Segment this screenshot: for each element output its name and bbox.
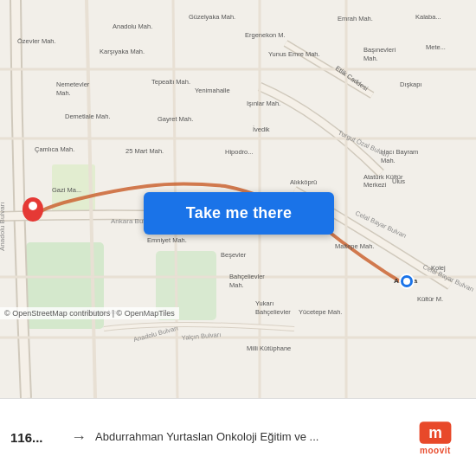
svg-text:Atatürk Kültür: Atatürk Kültür [363, 173, 403, 181]
svg-text:Bahçelievler: Bahçelievler [229, 273, 265, 280]
moovit-logo: m moovit [405, 420, 466, 455]
svg-text:Ergenekon M.: Ergenekon M. [245, 31, 286, 39]
svg-text:Emniyet Mah.: Emniyet Mah. [147, 236, 187, 244]
svg-text:Dışkapı: Dışkapı [400, 80, 421, 88]
svg-text:Işınlar Mah.: Işınlar Mah. [247, 100, 280, 107]
svg-text:Beşevler: Beşevler [221, 251, 247, 259]
svg-text:Mah.: Mah. [56, 89, 71, 97]
svg-text:Alıkköprü: Alıkköprü [290, 178, 317, 186]
svg-text:Mete...: Mete... [426, 43, 446, 51]
svg-text:Mah.: Mah. [229, 281, 244, 289]
svg-text:Yenimahalle: Yenimahalle [195, 87, 230, 94]
svg-text:Kültür M.: Kültür M. [417, 295, 443, 303]
svg-text:Emrah Mah.: Emrah Mah. [338, 15, 373, 23]
svg-text:Mah.: Mah. [381, 157, 396, 164]
svg-text:Merkezi: Merkezi [363, 181, 387, 189]
svg-text:Anadolu Bulvarı: Anadolu Bulvarı [0, 203, 6, 251]
svg-point-64 [403, 278, 410, 285]
button-label: Take me there [186, 204, 292, 222]
svg-text:Gayret Mah.: Gayret Mah. [158, 115, 193, 123]
svg-text:Maltepe Mah.: Maltepe Mah. [335, 242, 374, 250]
svg-text:Demetlale Mah.: Demetlale Mah. [65, 113, 111, 120]
svg-text:Bahçelievler: Bahçelievler [255, 308, 291, 316]
svg-text:Tepealtı Mah.: Tepealtı Mah. [151, 78, 190, 86]
svg-text:Yücetepe Mah.: Yücetepe Mah. [299, 308, 342, 316]
svg-text:Özevler Mah.: Özevler Mah. [17, 37, 56, 45]
svg-text:Güzelyaka Mah.: Güzelyaka Mah. [189, 13, 235, 21]
svg-text:Nemetevler: Nemetevler [56, 80, 90, 88]
svg-text:Çamlıca Mah.: Çamlıca Mah. [35, 145, 74, 153]
svg-point-66 [29, 202, 37, 210]
destination-text: Abdurrahman Yurtaslan Onkoloji Eğitim ve… [95, 430, 398, 445]
svg-text:Mah.: Mah. [363, 55, 378, 62]
attribution-text: © OpenStreetMap contributors | © OpenMap… [4, 309, 175, 318]
bottom-bar: 116... → Abdurrahman Yurtaslan Onkoloji … [0, 398, 476, 476]
svg-text:m: m [428, 424, 442, 441]
svg-text:Kalaba...: Kalaba... [415, 13, 441, 21]
arrow-right-icon: → [71, 428, 87, 447]
svg-text:Başınevleri: Başınevleri [363, 46, 396, 54]
map-container: Özevler Mah. Anadolu Mah. Güzelyaka Mah.… [0, 0, 476, 398]
svg-text:İvedik: İvedik [253, 125, 270, 133]
take-me-there-button[interactable]: Take me there [144, 192, 334, 235]
route-number: 116... [10, 430, 62, 445]
svg-text:Anadolu Mah.: Anadolu Mah. [113, 23, 152, 30]
svg-text:Yukarı: Yukarı [255, 299, 273, 307]
svg-text:Hipodro...: Hipodro... [225, 148, 254, 156]
svg-text:Milli Kütüphane: Milli Kütüphane [247, 344, 291, 352]
svg-text:Yunus Emre Mah.: Yunus Emre Mah. [268, 50, 320, 58]
svg-text:25 Mart Mah.: 25 Mart Mah. [125, 147, 164, 155]
map-attribution: © OpenStreetMap contributors | © OpenMap… [0, 307, 179, 319]
svg-text:Karşıyaka Mah.: Karşıyaka Mah. [100, 48, 145, 55]
svg-text:Gazi Ma...: Gazi Ma... [52, 186, 81, 194]
moovit-brand-text: moovit [420, 446, 451, 455]
